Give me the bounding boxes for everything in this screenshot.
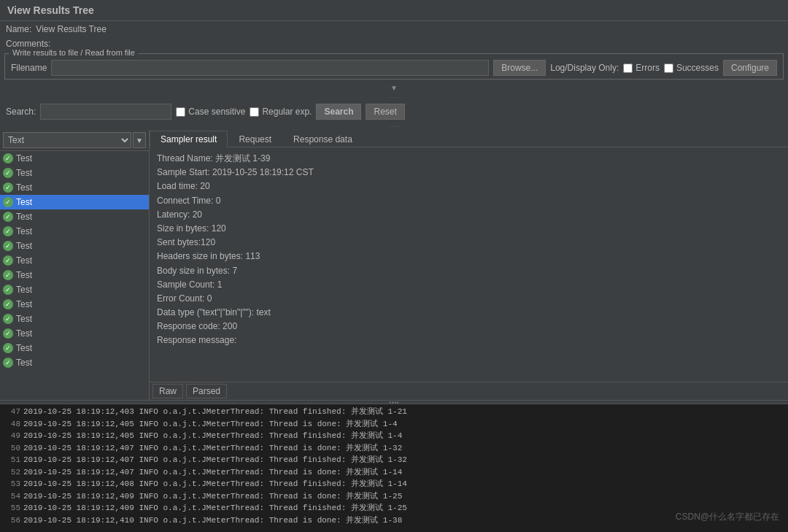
tree-list: ✓Test✓Test✓Test✓Test✓Test✓Test✓Test✓Test…	[0, 151, 149, 400]
success-icon: ✓	[3, 314, 13, 324]
log-line: 482019-10-25 18:19:12,405 INFO o.a.j.t.J…	[3, 418, 785, 431]
content-area: Text ▼ ✓Test✓Test✓Test✓Test✓Test✓Test✓Te…	[0, 130, 788, 400]
result-row: Load time: 20	[157, 180, 781, 193]
tab-request[interactable]: Request	[228, 131, 282, 147]
case-sensitive-checkbox[interactable]	[176, 107, 185, 117]
log-line: 532019-10-25 18:19:12,408 INFO o.a.j.t.J…	[3, 478, 785, 490]
log-line: 542019-10-25 18:19:12,409 INFO o.a.j.t.J…	[3, 490, 785, 503]
search-button[interactable]: Search	[316, 104, 361, 120]
case-sensitive-label: Case sensitive	[188, 107, 245, 117]
success-icon: ✓	[3, 168, 13, 178]
errors-checkbox[interactable]	[623, 63, 633, 73]
tree-item-label: Test	[16, 328, 32, 339]
tree-item[interactable]: ✓Test	[0, 341, 149, 355]
success-icon: ✓	[3, 328, 13, 339]
tree-item[interactable]: ✓Test	[0, 180, 149, 195]
log-line: 562019-10-25 18:19:12,410 INFO o.a.j.t.J…	[3, 514, 785, 527]
search-label: Search:	[6, 107, 36, 117]
errors-label: Errors	[636, 63, 660, 73]
window-title: View Results Tree	[7, 4, 94, 16]
reset-button[interactable]: Reset	[366, 104, 404, 120]
tree-item-label: Test	[16, 168, 32, 178]
search-options: Case sensitive Regular exp.	[176, 107, 312, 117]
tree-item[interactable]: ✓Test	[0, 268, 149, 282]
collapse-arrow: ▼	[390, 84, 398, 92]
tree-item[interactable]: ✓Test	[0, 151, 149, 166]
tree-item-label: Test	[16, 241, 32, 251]
result-row: Sent bytes:120	[157, 236, 781, 250]
main-container: View Results Tree Name: View Results Tre…	[0, 0, 788, 532]
result-row: Size in bytes: 120	[157, 222, 781, 236]
tab-sampler-result[interactable]: Sampler result	[150, 131, 228, 147]
name-row: Name: View Results Tree	[0, 21, 788, 37]
successes-checkbox-group: Successes	[664, 63, 719, 73]
write-results-title: Write results to file / Read from file	[9, 48, 138, 57]
success-icon: ✓	[3, 182, 13, 193]
regular-exp-label: Regular exp.	[262, 107, 312, 117]
tree-item-label: Test	[16, 314, 32, 324]
success-icon: ✓	[3, 212, 13, 222]
write-results-section: Write results to file / Read from file F…	[4, 53, 784, 80]
result-row: Response code: 200	[157, 320, 781, 334]
drag-handle-mid: ····	[0, 123, 788, 130]
tree-item-label: Test	[16, 358, 32, 368]
result-row: Response message:	[157, 334, 781, 347]
tree-item[interactable]: ✓Test	[0, 195, 149, 209]
tree-type-select[interactable]: Text	[3, 132, 131, 148]
tree-item-label: Test	[16, 285, 32, 295]
success-icon: ✓	[3, 241, 13, 251]
successes-label: Successes	[676, 63, 719, 73]
regular-exp-group: Regular exp.	[250, 107, 312, 117]
tree-item-label: Test	[16, 197, 32, 207]
tabs-bar: Sampler resultRequestResponse data	[150, 130, 788, 147]
search-input[interactable]	[40, 104, 171, 120]
left-panel: Text ▼ ✓Test✓Test✓Test✓Test✓Test✓Test✓Te…	[0, 130, 150, 400]
tree-item[interactable]: ✓Test	[0, 297, 149, 312]
collapse-handle[interactable]: ▼	[0, 82, 788, 93]
parsed-tab[interactable]: Parsed	[186, 384, 227, 398]
successes-checkbox[interactable]	[664, 63, 673, 73]
tree-item-label: Test	[16, 343, 32, 353]
browse-button[interactable]: Browse...	[493, 60, 546, 76]
tree-item[interactable]: ✓Test	[0, 355, 149, 370]
name-value: View Results Tree	[36, 24, 107, 34]
success-icon: ✓	[3, 197, 13, 207]
success-icon: ✓	[3, 343, 13, 353]
tab-response-data[interactable]: Response data	[282, 131, 363, 147]
tree-item[interactable]: ✓Test	[0, 166, 149, 180]
log-line: 552019-10-25 18:19:12,409 INFO o.a.j.t.J…	[3, 502, 785, 514]
success-icon: ✓	[3, 270, 13, 280]
configure-button[interactable]: Configure	[723, 60, 777, 76]
raw-parsed-tabs: Raw Parsed	[150, 382, 788, 400]
tree-item[interactable]: ✓Test	[0, 253, 149, 268]
raw-tab[interactable]: Raw	[152, 384, 183, 398]
log-line: 492019-10-25 18:19:12,405 INFO o.a.j.t.J…	[3, 430, 785, 442]
tree-item-label: Test	[16, 270, 32, 280]
log-display-label: Log/Display Only:	[550, 63, 619, 73]
log-line: 502019-10-25 18:19:12,407 INFO o.a.j.t.J…	[3, 442, 785, 455]
tree-item-label: Test	[16, 212, 32, 222]
tree-header: Text ▼	[0, 130, 149, 151]
dropdown-arrow[interactable]: ▼	[133, 132, 146, 148]
success-icon: ✓	[3, 226, 13, 236]
drag-handle-top: ····	[0, 93, 788, 101]
result-row: Thread Name: 并发测试 1-39	[157, 152, 781, 166]
errors-checkbox-group: Errors	[623, 63, 660, 73]
success-icon: ✓	[3, 299, 13, 309]
tree-item[interactable]: ✓Test	[0, 239, 149, 253]
result-row: Sample Count: 1	[157, 278, 781, 292]
tree-item[interactable]: ✓Test	[0, 209, 149, 224]
title-bar: View Results Tree	[0, 0, 788, 21]
filename-input[interactable]	[51, 60, 489, 76]
result-row: Data type ("text"|"bin"|""): text	[157, 306, 781, 320]
log-area: 472019-10-25 18:19:12,403 INFO o.a.j.t.J…	[0, 404, 788, 532]
log-line: 522019-10-25 18:19:12,407 INFO o.a.j.t.J…	[3, 466, 785, 479]
tree-item[interactable]: ✓Test	[0, 312, 149, 326]
tree-item[interactable]: ✓Test	[0, 326, 149, 341]
tree-item-label: Test	[16, 226, 32, 236]
tree-item[interactable]: ✓Test	[0, 282, 149, 297]
search-row: Search: Case sensitive Regular exp. Sear…	[0, 101, 788, 123]
regular-exp-checkbox[interactable]	[250, 107, 259, 117]
tree-item[interactable]: ✓Test	[0, 224, 149, 239]
result-row: Error Count: 0	[157, 292, 781, 306]
